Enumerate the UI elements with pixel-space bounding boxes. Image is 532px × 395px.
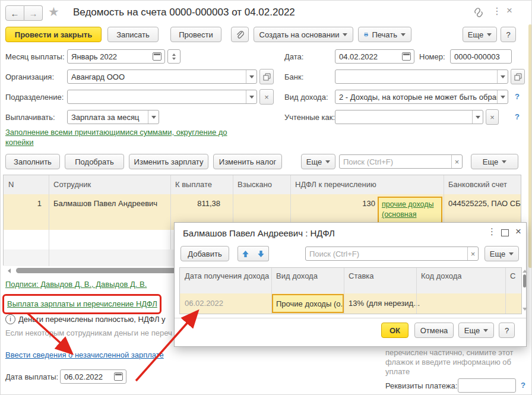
- bank-field[interactable]: [335, 69, 508, 84]
- accounted-clear-button[interactable]: ×: [486, 109, 499, 125]
- ndfl-col-type[interactable]: Вид дохода: [276, 271, 318, 280]
- accounted-field[interactable]: [335, 110, 483, 124]
- modal-add-button[interactable]: Добавить: [180, 246, 229, 261]
- payout-ndfl-link[interactable]: Выплата зарплаты и перечисление НДФЛ: [7, 299, 157, 308]
- modal-search-field[interactable]: ×: [305, 247, 479, 261]
- bank-open-button[interactable]: [511, 69, 525, 84]
- cell-employee[interactable]: Балмашов Павел Андреевич: [53, 199, 157, 208]
- dept-field[interactable]: [67, 90, 257, 104]
- org-open-button[interactable]: [259, 69, 274, 84]
- modal-footer-more-button[interactable]: Еще: [458, 323, 494, 338]
- cell-ndfl[interactable]: 130: [290, 199, 375, 208]
- help-button-top[interactable]: ?: [501, 27, 516, 42]
- org-dropdown[interactable]: [246, 70, 256, 83]
- month-stepper[interactable]: [167, 49, 180, 64]
- post-button[interactable]: Провести: [170, 27, 221, 42]
- pay-date-field[interactable]: 06.02.2022: [60, 369, 126, 384]
- col-header-ndfl[interactable]: НДФЛ к перечислению: [295, 180, 376, 189]
- link-icon[interactable]: [473, 7, 484, 20]
- window-menu-icon[interactable]: ⋮: [492, 5, 502, 17]
- col-header-topay[interactable]: К выплате: [175, 180, 212, 189]
- cell-topay[interactable]: 811,38: [170, 199, 220, 208]
- income-type-help[interactable]: ?: [515, 92, 520, 101]
- pay-field[interactable]: Зарплата за месяц: [67, 110, 159, 124]
- grid-more-button[interactable]: Еще: [301, 154, 335, 169]
- modal-help-button[interactable]: ?: [499, 323, 515, 338]
- modal-maximize-icon[interactable]: [501, 229, 509, 236]
- number-field[interactable]: 0000-000003: [450, 49, 512, 64]
- modal-menu-icon[interactable]: ⋮: [487, 226, 496, 237]
- income-type-field[interactable]: 2 - Доходы, на которые не может быть обр…: [335, 90, 508, 104]
- ndfl-col-code[interactable]: Код дохода: [421, 271, 462, 280]
- grid-more2-button[interactable]: Еще: [471, 154, 518, 169]
- favorite-star-icon[interactable]: ★: [48, 5, 59, 19]
- fill-amounts-link[interactable]: Заполнение всеми причитающимися суммами,…: [5, 127, 230, 147]
- accounted-dropdown[interactable]: [472, 110, 483, 124]
- calendar-icon[interactable]: [153, 52, 162, 61]
- ndfl-col-date[interactable]: Дата получения дохода: [185, 271, 269, 280]
- accounted-help[interactable]: ?: [515, 112, 520, 121]
- modal-close-icon[interactable]: ×: [515, 226, 521, 238]
- calendar-icon[interactable]: [114, 372, 123, 381]
- modal-ok-button[interactable]: ОК: [381, 323, 408, 338]
- modal-move-up-button[interactable]: [238, 246, 254, 261]
- close-window-icon[interactable]: ×: [506, 5, 512, 17]
- form-vscrollbar[interactable]: [528, 24, 532, 268]
- ndfl-cell-date[interactable]: 06.02.2022: [185, 299, 223, 308]
- income-type-dropdown[interactable]: [497, 90, 508, 103]
- col-header-collected[interactable]: Взыскано: [238, 180, 272, 189]
- fill-button[interactable]: Заполнить: [5, 154, 60, 169]
- create-based-on-button[interactable]: Создать на основании: [254, 27, 353, 42]
- help-label: ?: [506, 30, 510, 39]
- scroll-up-icon[interactable]: [522, 267, 527, 273]
- bank-dropdown[interactable]: [497, 70, 508, 83]
- change-tax-button[interactable]: Изменить налог: [213, 154, 282, 169]
- attachments-button[interactable]: [231, 27, 249, 42]
- ndfl-cell-type-selected[interactable]: Прочие доходы (о...: [272, 294, 344, 313]
- modal-cancel-button[interactable]: Отмена: [414, 323, 454, 338]
- cell-num[interactable]: 1: [4, 199, 42, 208]
- requisites-help[interactable]: ?: [521, 381, 525, 390]
- post-and-close-button[interactable]: Провести и закрыть: [5, 27, 102, 42]
- dept-dropdown[interactable]: [246, 90, 256, 103]
- grid-search-input[interactable]: [340, 157, 451, 166]
- more-button-top[interactable]: Еще: [463, 27, 497, 42]
- arrow-down-icon: [257, 250, 265, 258]
- grid-search-clear[interactable]: ×: [451, 155, 462, 168]
- calendar-icon[interactable]: [402, 52, 411, 61]
- enter-unpaid-salary-link[interactable]: Ввести сведения о незачисленной зарплате: [5, 350, 164, 359]
- modal-move-down-button[interactable]: [253, 246, 269, 261]
- org-field[interactable]: Авангард ООО: [67, 69, 257, 84]
- requisites-field[interactable]: [458, 378, 516, 393]
- print-button[interactable]: Печать: [358, 27, 411, 42]
- scroll-down-icon[interactable]: [522, 308, 527, 313]
- modal-search-input[interactable]: [306, 249, 467, 258]
- ndfl-detail-link[interactable]: прочие доходы (основная: [379, 198, 442, 222]
- divider: [271, 268, 272, 314]
- ndfl-table-vscrollbar[interactable]: [522, 267, 527, 315]
- save-button[interactable]: Записать: [107, 27, 159, 42]
- pick-button[interactable]: Подобрать: [65, 154, 124, 169]
- pay-dropdown[interactable]: [148, 110, 159, 124]
- signatures-link[interactable]: Подписи: Давыдов Д. В., Давыдов Д. В.: [5, 280, 147, 289]
- grid-search-field[interactable]: ×: [339, 154, 463, 169]
- ndfl-col-rate[interactable]: Ставка: [349, 271, 374, 280]
- pick-label: Подобрать: [75, 157, 113, 166]
- modal-more-button[interactable]: Еще: [484, 246, 519, 261]
- change-salary-button[interactable]: Изменить зарплату: [129, 154, 208, 169]
- month-field[interactable]: Январь 2022: [67, 49, 165, 64]
- forward-button[interactable]: →: [24, 5, 43, 21]
- back-button[interactable]: ←: [5, 5, 24, 21]
- dept-clear-button[interactable]: ×: [259, 89, 274, 105]
- cell-bank-account[interactable]: 044525225, ПАО СБ: [448, 199, 521, 208]
- modal-search-clear[interactable]: ×: [467, 247, 478, 260]
- col-header-bank[interactable]: Банковский счет: [448, 180, 507, 189]
- divider: [505, 268, 506, 314]
- ndfl-col-extra[interactable]: С: [510, 271, 515, 280]
- ndfl-cell-rate[interactable]: 13% (для нерезид...: [349, 299, 420, 308]
- date-field[interactable]: 04.02.2022: [335, 49, 414, 64]
- col-header-n[interactable]: N: [8, 180, 14, 189]
- scroll-thumb[interactable]: [523, 274, 526, 287]
- scroll-left-icon[interactable]: [5, 268, 11, 273]
- col-header-employee[interactable]: Сотрудник: [53, 180, 91, 189]
